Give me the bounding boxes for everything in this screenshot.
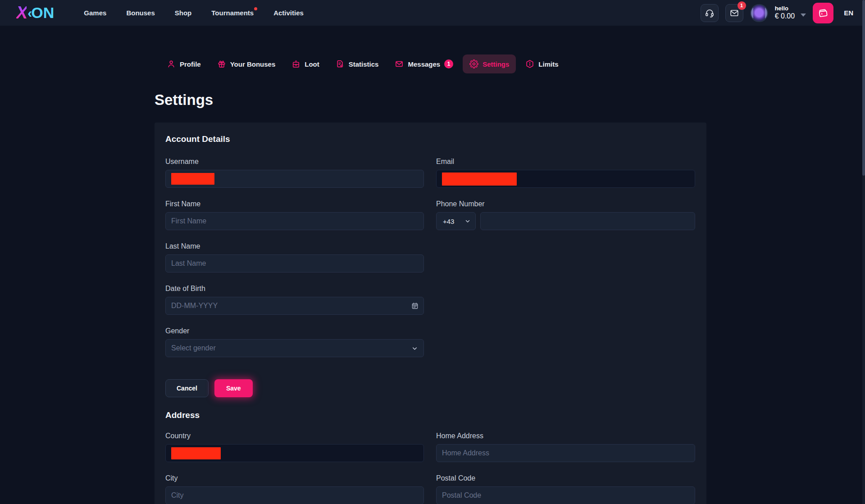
- gender-placeholder: Select gender: [171, 344, 216, 352]
- email-redaction-box: [442, 173, 517, 186]
- phone-label: Phone Number: [436, 200, 695, 208]
- first-name-label: First Name: [165, 200, 424, 208]
- balance-dropdown-caret-icon[interactable]: [801, 14, 806, 17]
- tab-profile[interactable]: Profile: [160, 54, 208, 73]
- username-redaction-box: [171, 173, 214, 185]
- tab-settings[interactable]: Settings: [463, 54, 516, 73]
- tab-your-bonuses[interactable]: Your Bonuses: [210, 54, 282, 73]
- tab-your-bonuses-label: Your Bonuses: [230, 60, 276, 68]
- logo-x: X: [16, 3, 27, 23]
- page-title: Settings: [155, 91, 213, 109]
- tab-statistics-label: Statistics: [349, 60, 379, 68]
- tab-loot[interactable]: Loot: [285, 54, 326, 73]
- dob-field-group: Date of Birth: [165, 285, 424, 315]
- envelope-icon: [395, 59, 404, 68]
- last-name-label: Last Name: [165, 242, 424, 250]
- nav-item-bonuses[interactable]: Bonuses: [126, 9, 155, 17]
- person-icon: [167, 59, 176, 68]
- nav-item-tournaments-label: Tournaments: [211, 9, 254, 17]
- country-redaction-box: [171, 447, 221, 459]
- chevron-down-icon: [411, 345, 418, 352]
- inbox-button[interactable]: 1: [725, 4, 743, 22]
- phone-code-select[interactable]: +43: [436, 212, 476, 230]
- hexagon-info-icon: [525, 59, 534, 68]
- last-name-field-group: Last Name: [165, 242, 424, 272]
- username-label: Username: [165, 158, 424, 166]
- calendar-icon[interactable]: [411, 302, 419, 310]
- tab-loot-label: Loot: [305, 60, 319, 68]
- statistics-file-icon: [336, 59, 345, 68]
- account-details-title: Account Details: [165, 134, 696, 144]
- gear-icon: [469, 59, 478, 68]
- wallet-button[interactable]: [813, 3, 833, 23]
- mail-icon: [729, 8, 739, 18]
- messages-badge: 1: [444, 59, 453, 68]
- inbox-badge: 1: [738, 1, 746, 10]
- cancel-button[interactable]: Cancel: [165, 379, 209, 397]
- support-button[interactable]: [701, 4, 719, 22]
- avatar[interactable]: [750, 4, 768, 22]
- account-buttons: Cancel Save: [165, 379, 696, 397]
- nav-item-tournaments[interactable]: Tournaments: [211, 9, 254, 17]
- headset-icon: [705, 8, 715, 18]
- settings-card: Account Details Username Email First Nam…: [155, 123, 706, 504]
- user-info[interactable]: hello € 0.00: [775, 5, 795, 20]
- email-input[interactable]: [436, 170, 695, 188]
- nav-item-games[interactable]: Games: [84, 9, 106, 17]
- postal-code-label: Postal Code: [436, 474, 695, 482]
- home-address-input[interactable]: [436, 444, 695, 462]
- chevron-down-icon: [464, 218, 471, 224]
- settings-tabs: Profile Your Bonuses Loot: [160, 54, 565, 73]
- top-navbar: X ‹ ON Games Bonuses Shop Tournaments Ac…: [0, 0, 865, 26]
- user-greeting: hello: [775, 5, 795, 12]
- tab-statistics[interactable]: Statistics: [329, 54, 386, 73]
- country-label: Country: [165, 432, 424, 440]
- navbar-right: 1 hello € 0.00 EN: [701, 3, 853, 23]
- phone-field-group: Phone Number +43: [436, 200, 695, 230]
- tab-profile-label: Profile: [180, 60, 201, 68]
- nav-item-shop[interactable]: Shop: [175, 9, 192, 17]
- email-field-group: Email: [436, 158, 695, 188]
- scrollbar-thumb[interactable]: [862, 0, 865, 176]
- address-title: Address: [165, 410, 696, 420]
- brand-logo[interactable]: X ‹ ON: [16, 3, 54, 23]
- home-address-field-group: Home Address: [436, 432, 695, 462]
- account-form: Username Email First Name Phone Number +…: [165, 158, 696, 369]
- first-name-field-group: First Name: [165, 200, 424, 230]
- postal-code-input[interactable]: [436, 486, 695, 504]
- email-label: Email: [436, 158, 695, 166]
- first-name-input[interactable]: [165, 212, 424, 230]
- last-name-input[interactable]: [165, 254, 424, 272]
- loot-box-icon: [291, 59, 300, 68]
- city-label: City: [165, 474, 424, 482]
- phone-code-value: +43: [443, 218, 454, 225]
- gift-icon: [217, 59, 226, 68]
- user-balance: € 0.00: [775, 12, 795, 20]
- wallet-icon: [818, 8, 829, 18]
- notification-dot: [254, 7, 257, 10]
- gender-label: Gender: [165, 327, 424, 335]
- language-selector[interactable]: EN: [844, 9, 853, 17]
- logo-on: ON: [31, 4, 54, 22]
- tab-settings-label: Settings: [483, 60, 509, 68]
- nav-item-activities[interactable]: Activities: [273, 9, 304, 17]
- country-input[interactable]: [165, 444, 424, 462]
- tab-messages-label: Messages: [408, 60, 440, 68]
- country-field-group: Country: [165, 432, 424, 462]
- username-input[interactable]: [165, 170, 424, 188]
- dob-label: Date of Birth: [165, 285, 424, 293]
- main-nav: Games Bonuses Shop Tournaments Activitie…: [84, 9, 304, 17]
- city-field-group: City: [165, 474, 424, 504]
- username-field-group: Username: [165, 158, 424, 188]
- address-form: Country Home Address City Postal Code: [165, 432, 696, 504]
- dob-input[interactable]: [165, 297, 424, 315]
- gender-field-group: Gender Select gender: [165, 327, 424, 357]
- gender-select[interactable]: Select gender: [165, 339, 424, 357]
- tab-messages[interactable]: Messages 1: [388, 54, 460, 73]
- tab-limits[interactable]: Limits: [519, 54, 565, 73]
- save-button[interactable]: Save: [214, 379, 253, 397]
- home-address-label: Home Address: [436, 432, 695, 440]
- postal-code-field-group: Postal Code: [436, 474, 695, 504]
- phone-number-input[interactable]: [480, 212, 695, 230]
- city-input[interactable]: [165, 486, 424, 504]
